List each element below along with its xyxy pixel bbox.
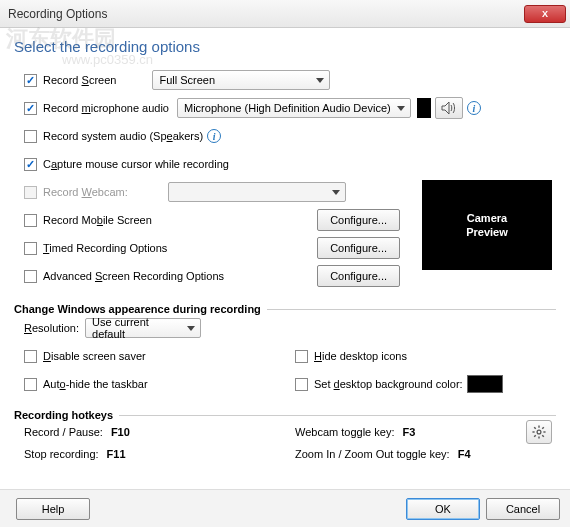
help-button[interactable]: Help [16,498,90,520]
record-system-audio-checkbox[interactable] [24,130,37,143]
hide-desktop-icons-label: Hide desktop icons [314,350,407,362]
hotkey-settings-button[interactable] [526,420,552,444]
hotkey-record-pause: Record / Pause:F10 [24,421,285,443]
camera-preview: Camera Preview [422,180,552,270]
disable-screensaver-checkbox[interactable] [24,350,37,363]
capture-cursor-label: Capture mouse cursor while recording [43,158,229,170]
record-system-audio-label: Record system audio (Speakers) [43,130,203,142]
disable-screensaver-label: Disable screen saver [43,350,146,362]
section-appearance: Change Windows appearence during recordi… [14,303,556,315]
record-webcam-select [168,182,346,202]
record-mic-label: Record microphone audio [43,102,169,114]
svg-point-0 [537,430,541,434]
timed-recording-label: Timed Recording Options [43,242,167,254]
button-bar: Help OK Cancel [0,489,570,527]
resolution-select[interactable]: Use current default [85,318,201,338]
record-webcam-checkbox [24,186,37,199]
info-icon[interactable]: i [467,101,481,115]
set-bg-color-label: Set desktop background color: [314,378,463,390]
window-title: Recording Options [4,7,524,21]
ok-button[interactable]: OK [406,498,480,520]
hotkey-webcam-toggle: Webcam toggle key:F3 [295,421,556,443]
cancel-button[interactable]: Cancel [486,498,560,520]
record-mic-checkbox[interactable] [24,102,37,115]
close-button[interactable]: X [524,5,566,23]
record-webcam-label: Record Webcam: [43,186,128,198]
bg-color-well[interactable] [467,375,503,393]
autohide-taskbar-checkbox[interactable] [24,378,37,391]
svg-line-8 [542,427,544,429]
hotkey-zoom-toggle: Zoom In / Zoom Out toggle key:F4 [295,443,556,465]
configure-mobile-button[interactable]: Configure... [317,209,400,231]
record-screen-label: Record Screen [43,74,116,86]
autohide-taskbar-label: Auto-hide the taskbar [43,378,148,390]
info-icon[interactable]: i [207,129,221,143]
section-hotkeys: Recording hotkeys [14,409,556,421]
record-screen-select[interactable]: Full Screen [152,70,330,90]
configure-advanced-button[interactable]: Configure... [317,265,400,287]
speaker-button[interactable] [435,97,463,119]
configure-timed-button[interactable]: Configure... [317,237,400,259]
record-mobile-label: Record Mobile Screen [43,214,152,226]
advanced-recording-label: Advanced Screen Recording Options [43,270,224,282]
svg-line-5 [534,427,536,429]
svg-line-6 [542,435,544,437]
hide-desktop-icons-checkbox[interactable] [295,350,308,363]
record-mobile-checkbox[interactable] [24,214,37,227]
timed-recording-checkbox[interactable] [24,242,37,255]
set-bg-color-checkbox[interactable] [295,378,308,391]
resolution-label: Resolution: [24,322,79,334]
advanced-recording-checkbox[interactable] [24,270,37,283]
record-screen-checkbox[interactable] [24,74,37,87]
mic-level-meter [417,98,431,118]
page-subtitle: Select the recording options [14,38,556,55]
svg-line-7 [534,435,536,437]
record-mic-select[interactable]: Microphone (High Definition Audio Device… [177,98,411,118]
hotkey-stop: Stop recording:F11 [24,443,285,465]
titlebar: Recording Options X [0,0,570,28]
capture-cursor-checkbox[interactable] [24,158,37,171]
